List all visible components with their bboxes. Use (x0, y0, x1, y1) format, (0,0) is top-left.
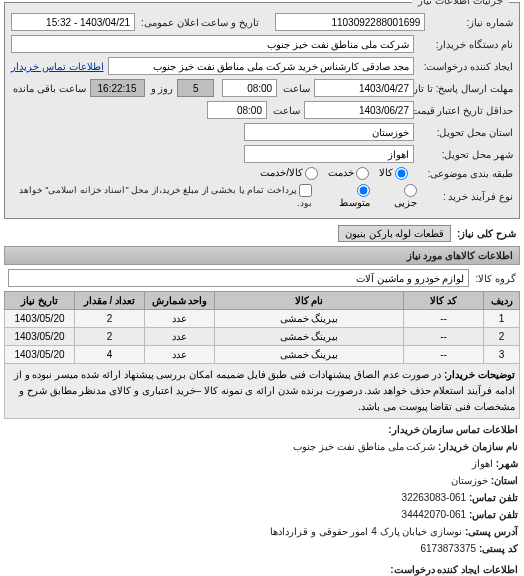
deadline-reply-date: 1403/04/27 (314, 79, 414, 97)
group-value: لوازم خودرو و ماشین آلات (8, 269, 469, 287)
proc-medium-option[interactable]: متوسط (326, 184, 370, 208)
cell-name: بیرینگ خمشی (215, 346, 404, 364)
items-table: ردیف کد کالا نام کالا واحد شمارش تعداد /… (4, 291, 520, 419)
announce-value: 1403/04/21 - 15:32 (11, 13, 135, 31)
cat-service-text: خدمت (328, 167, 354, 178)
th-qty: تعداد / مقدار (75, 292, 145, 310)
cell-unit: عدد (145, 346, 215, 364)
creator-label: ایجاد کننده درخواست: (418, 61, 513, 72)
cell-name: بیرینگ خمشی (215, 310, 404, 328)
items-section-bar: اطلاعات کالاهای مورد نیاز (4, 246, 520, 265)
cat-goods-radio[interactable] (395, 167, 408, 180)
details-panel: جزئیات اطلاعات نیاز شماره نیاز: 11030922… (4, 2, 520, 219)
contact-header: اطلاعات تماس سازمان خریدار: (6, 421, 518, 438)
c-address-label: آدرس پستی: (465, 526, 518, 537)
proc-small-option[interactable]: جزیی (380, 184, 417, 208)
cat-service-option[interactable]: خدمت (328, 167, 369, 180)
c-province-value: خوزستان (451, 475, 488, 486)
row-need-title: شرح کلی نیاز: قطعات لوله بارکن بنیون (8, 225, 516, 242)
day-label: روز و (149, 83, 174, 94)
panel-title: جزئیات اطلاعات نیاز (412, 0, 509, 6)
cell-unit: عدد (145, 310, 215, 328)
desc-cell: توضیحات خریدار: در صورت عدم الصاق پیشنها… (5, 364, 520, 419)
cell-idx: 1 (484, 310, 520, 328)
creator-header: اطلاعات ایجاد کننده درخواست: (6, 561, 518, 576)
c-phone-value: 061-32263083 (402, 492, 467, 503)
c-province-label: استان: (491, 475, 518, 486)
remaining-time: 16:22:15 (90, 79, 145, 97)
cell-qty: 2 (75, 310, 145, 328)
row-city: شهر محل تحویل: اهواز (11, 145, 513, 163)
province-value: خوزستان (244, 123, 414, 141)
remaining-suffix: ساعت باقی مانده (11, 83, 86, 94)
buyer-contact-link[interactable]: اطلاعات تماس خریدار (11, 61, 104, 72)
cat-goods-service-option[interactable]: کالا/خدمت (260, 167, 318, 180)
process-note-checkbox[interactable] (299, 184, 312, 197)
buyer-label: نام دستگاه خریدار: (418, 39, 513, 50)
c-city-label: شهر: (496, 458, 518, 469)
c-postcode-label: کد پستی: (479, 543, 518, 554)
c-fax-value: 061-34442070 (402, 509, 467, 520)
category-label: طبقه بندی موضوعی: (418, 168, 513, 179)
group-label: گروه کالا: (473, 273, 516, 284)
th-idx: ردیف (484, 292, 520, 310)
proc-small-text: جزیی (394, 197, 417, 208)
row-validity: حداقل تاریخ اعتبار قیمت: تا تاریخ: 1403/… (11, 101, 513, 119)
proc-medium-text: متوسط (339, 197, 370, 208)
cell-date: 1403/05/20 (5, 346, 75, 364)
desc-text: در صورت عدم الصاق پیشنهادات فنی طبق فایل… (14, 369, 515, 412)
cell-date: 1403/05/20 (5, 328, 75, 346)
request-no-label: شماره نیاز: (429, 17, 513, 28)
org-value: شرکت ملی مناطق نفت خیز جنوب (293, 441, 435, 452)
row-buyer: نام دستگاه خریدار: شرکت ملی مناطق نفت خی… (11, 35, 513, 53)
proc-medium-radio[interactable] (357, 184, 370, 197)
validity-label: حداقل تاریخ اعتبار قیمت: تا تاریخ: (418, 105, 513, 116)
cell-code: -- (404, 310, 484, 328)
contact-block: اطلاعات تماس سازمان خریدار: نام سازمان خ… (6, 421, 518, 576)
c-city-value: اهواز (472, 458, 493, 469)
row-category: طبقه بندی موضوعی: کالا خدمت کالا/خدمت (11, 167, 513, 180)
c-postcode-value: 6173873375 (420, 543, 476, 554)
cat-service-radio[interactable] (356, 167, 369, 180)
proc-small-radio[interactable] (404, 184, 417, 197)
process-note-option[interactable]: پرداخت تمام یا بخشی از مبلغ خرید،از محل … (11, 184, 312, 208)
process-label: نوع فرآیند خرید : (421, 191, 513, 202)
time-label-2: ساعت (271, 105, 300, 116)
table-header-row: ردیف کد کالا نام کالا واحد شمارش تعداد /… (5, 292, 520, 310)
cat-goods-service-text: کالا/خدمت (260, 167, 303, 178)
desc-label: توضیحات خریدار: (444, 369, 515, 380)
cat-goods-text: کالا (379, 167, 393, 178)
row-deadline-reply: مهلت ارسال پاسخ: تا تاریخ: 1403/04/27 سا… (11, 79, 513, 97)
th-date: تاریخ نیاز (5, 292, 75, 310)
request-no-value: 1103092288001699 (275, 13, 425, 31)
row-process: نوع فرآیند خرید : جزیی متوسط پرداخت تمام… (11, 184, 513, 208)
need-title-value: قطعات لوله بارکن بنیون (338, 225, 451, 242)
th-code: کد کالا (404, 292, 484, 310)
org-label: نام سازمان خریدار: (438, 441, 518, 452)
c-address-value: نوسازی خیابان پارک 4 امور حقوقی و قراردا… (270, 526, 462, 537)
c-phone-label: تلفن تماس: (469, 492, 518, 503)
city-label: شهر محل تحویل: (418, 149, 513, 160)
row-province: استان محل تحویل: خوزستان (11, 123, 513, 141)
time-label-1: ساعت (281, 83, 310, 94)
table-row: 2 -- بیرینگ خمشی عدد 2 1403/05/20 (5, 328, 520, 346)
row-creator: ایجاد کننده درخواست: مجد صادقی کارشناس خ… (11, 57, 513, 75)
table-row: 3 -- بیرینگ خمشی عدد 4 1403/05/20 (5, 346, 520, 364)
cat-goods-service-radio[interactable] (305, 167, 318, 180)
creator-value: مجد صادقی کارشناس خرید شرکت ملی مناطق نف… (108, 57, 414, 75)
cell-code: -- (404, 346, 484, 364)
cell-unit: عدد (145, 328, 215, 346)
table-row: 1 -- بیرینگ خمشی عدد 2 1403/05/20 (5, 310, 520, 328)
th-name: نام کالا (215, 292, 404, 310)
cell-code: -- (404, 328, 484, 346)
cell-qty: 4 (75, 346, 145, 364)
deadline-reply-label: مهلت ارسال پاسخ: تا تاریخ: (418, 83, 513, 94)
cell-qty: 2 (75, 328, 145, 346)
cell-name: بیرینگ خمشی (215, 328, 404, 346)
process-note-text: پرداخت تمام یا بخشی از مبلغ خرید،از محل … (19, 185, 312, 208)
cat-goods-option[interactable]: کالا (379, 167, 408, 180)
validity-date: 1403/06/27 (304, 101, 414, 119)
row-group: گروه کالا: لوازم خودرو و ماشین آلات (8, 269, 516, 287)
cell-date: 1403/05/20 (5, 310, 75, 328)
th-unit: واحد شمارش (145, 292, 215, 310)
